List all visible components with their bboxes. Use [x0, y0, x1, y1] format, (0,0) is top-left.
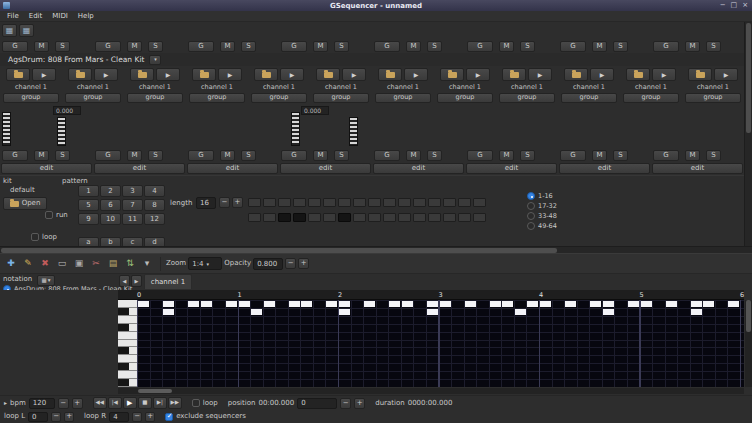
note[interactable] — [691, 309, 702, 315]
group-button[interactable]: group — [65, 93, 121, 103]
pattern-pad-16[interactable] — [473, 213, 486, 222]
open-sample-button[interactable] — [564, 68, 588, 81]
piano-key[interactable] — [118, 379, 137, 387]
pattern-pad-6[interactable] — [323, 213, 336, 222]
note[interactable] — [427, 301, 438, 307]
gms-m-button[interactable]: M — [499, 150, 514, 161]
paste-icon[interactable]: ▤ — [105, 256, 121, 272]
piano-key[interactable] — [118, 308, 137, 316]
bank-3-button[interactable]: 3 — [122, 185, 143, 197]
note[interactable] — [490, 301, 501, 307]
gms-m-button[interactable]: M — [34, 41, 49, 52]
black-key[interactable] — [118, 324, 129, 331]
pattern-pad-14[interactable] — [443, 198, 456, 207]
open-sample-button[interactable] — [626, 68, 650, 81]
edit-button[interactable]: edit — [280, 163, 371, 174]
note[interactable] — [515, 309, 526, 315]
note[interactable] — [188, 301, 199, 307]
gms-g-button[interactable]: G — [2, 41, 28, 52]
loop-checkbox[interactable]: loop — [31, 233, 57, 241]
page-option-17-32[interactable]: 17-32 — [527, 202, 557, 210]
note[interactable] — [339, 301, 350, 307]
clear-icon[interactable]: ✖ — [37, 256, 53, 272]
bank-1-button[interactable]: 1 — [78, 185, 99, 197]
gms-g-button[interactable]: G — [281, 150, 307, 161]
pattern-pad-2[interactable] — [263, 213, 276, 222]
note[interactable] — [603, 301, 614, 307]
gms-s-button[interactable]: S — [148, 41, 163, 52]
piano-key[interactable] — [118, 332, 137, 340]
play-channel-button[interactable]: ▶ — [32, 68, 56, 81]
gms-m-button[interactable]: M — [685, 150, 700, 161]
black-key[interactable] — [118, 379, 129, 386]
forward-button[interactable]: ▶▶ — [168, 397, 182, 409]
bank-5-button[interactable]: 5 — [78, 199, 99, 211]
pattern-pad-11[interactable] — [398, 213, 411, 222]
gms-g-button[interactable]: G — [188, 41, 214, 52]
gms-m-button[interactable]: M — [685, 41, 700, 52]
pattern-pad-5[interactable] — [308, 198, 321, 207]
bank-11-button[interactable]: 11 — [122, 213, 143, 225]
gms-s-button[interactable]: S — [613, 150, 628, 161]
length-increment-button[interactable]: + — [232, 197, 243, 208]
edit-button[interactable]: edit — [1, 163, 92, 174]
edit-button[interactable]: edit — [373, 163, 464, 174]
expander-icon[interactable]: ▸ — [4, 400, 7, 406]
gms-m-button[interactable]: M — [313, 41, 328, 52]
gms-g-button[interactable]: G — [188, 150, 214, 161]
menu-edit[interactable]: Edit — [24, 11, 48, 21]
play-button[interactable]: ▶ — [123, 397, 137, 409]
note[interactable] — [339, 309, 350, 315]
loop-r-value[interactable]: 4 — [109, 412, 129, 422]
note[interactable] — [163, 309, 174, 315]
gms-g-button[interactable]: G — [653, 150, 679, 161]
menu-file[interactable]: File — [2, 11, 24, 21]
loop-l-value[interactable]: 0 — [28, 412, 48, 422]
pattern-pad-8[interactable] — [353, 198, 366, 207]
note-grid[interactable] — [137, 300, 744, 387]
open-sample-button[interactable] — [192, 68, 216, 81]
edit-button[interactable]: edit — [94, 163, 185, 174]
exclude-sequencers-checkbox[interactable]: exclude sequencers — [165, 413, 246, 421]
note[interactable] — [289, 301, 300, 307]
open-sample-button[interactable] — [440, 68, 464, 81]
bpm-decrement-button[interactable]: − — [58, 398, 69, 409]
pattern-pad-11[interactable] — [398, 198, 411, 207]
tools-menu-icon[interactable]: ▾ — [139, 256, 155, 272]
pattern-pad-13[interactable] — [428, 198, 441, 207]
menu-help[interactable]: Help — [73, 11, 99, 21]
gms-m-button[interactable]: M — [220, 150, 235, 161]
gms-m-button[interactable]: M — [127, 41, 142, 52]
piano-key[interactable] — [118, 324, 137, 332]
gms-m-button[interactable]: M — [406, 150, 421, 161]
note[interactable] — [628, 301, 639, 307]
loop-l-decrement-button[interactable]: − — [51, 412, 61, 422]
gms-s-button[interactable]: S — [55, 150, 70, 161]
group-button[interactable]: group — [561, 93, 617, 103]
pattern-pad-1[interactable] — [248, 198, 261, 207]
note[interactable] — [641, 301, 652, 307]
group-button[interactable]: group — [3, 93, 59, 103]
pattern-pad-12[interactable] — [413, 198, 426, 207]
pattern-pad-4[interactable] — [293, 213, 306, 222]
open-sample-button[interactable] — [130, 68, 154, 81]
gms-s-button[interactable]: S — [334, 41, 349, 52]
note[interactable] — [138, 301, 149, 307]
note[interactable] — [527, 301, 538, 307]
edit-button[interactable]: edit — [559, 163, 650, 174]
group-button[interactable]: group — [685, 93, 741, 103]
composite-grid-icon[interactable]: ▦ — [19, 24, 34, 37]
note[interactable] — [691, 301, 702, 307]
note[interactable] — [326, 301, 337, 307]
group-button[interactable]: group — [251, 93, 307, 103]
stop-button[interactable]: ■ — [138, 397, 152, 409]
pattern-pad-2[interactable] — [263, 198, 276, 207]
zoom-select[interactable]: 1:4 ▾ — [188, 257, 222, 270]
position-icon[interactable]: ✚ — [3, 256, 19, 272]
pattern-pad-9[interactable] — [368, 198, 381, 207]
note[interactable] — [239, 301, 250, 307]
note[interactable] — [226, 301, 237, 307]
edit-button[interactable]: edit — [466, 163, 557, 174]
play-channel-button[interactable]: ▶ — [652, 68, 676, 81]
play-channel-button[interactable]: ▶ — [590, 68, 614, 81]
